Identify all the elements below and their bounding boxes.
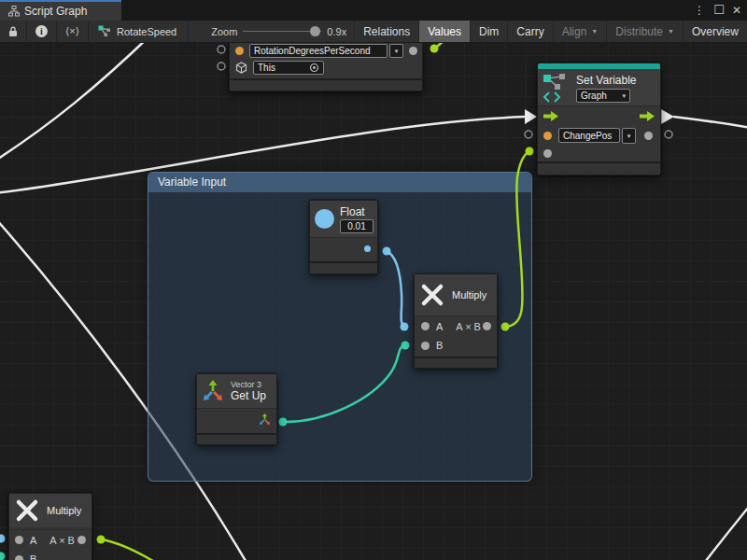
node-footer (197, 433, 276, 444)
unity-script-graph-window: { "window": { "tab_title": "Script Graph… (0, 0, 747, 560)
target-value: This (258, 62, 275, 74)
port-b-in[interactable] (421, 342, 430, 350)
port-a-label: A (436, 321, 443, 332)
code-view-icon: ⟨×⟩ (65, 25, 79, 37)
dropdown-caret-icon[interactable]: ▾ (389, 44, 403, 58)
node-title: Float (340, 205, 374, 218)
toolbar-button-overview[interactable]: Overview (684, 21, 747, 42)
port-a-label: A (30, 535, 36, 546)
port-out[interactable] (483, 322, 491, 330)
float-value: 0.01 (347, 220, 365, 232)
script-graph-icon (8, 6, 20, 17)
toolbar-button-values[interactable]: Values (419, 21, 471, 42)
node-footer (538, 161, 660, 175)
port-vector3-out[interactable] (259, 413, 271, 426)
port-out-label: A × B (456, 321, 481, 332)
target-field[interactable]: This (253, 61, 324, 75)
zoom-slider[interactable] (243, 31, 321, 32)
variable-name-dropdown[interactable]: RotationDegreesPerSecond (249, 44, 388, 58)
zoom-control: Zoom 0.9x (189, 21, 354, 42)
gameobject-cube-icon (235, 62, 247, 74)
toolbar-button-distribute[interactable]: Distribute ▼ (607, 21, 684, 42)
node-footer (310, 261, 377, 273)
node-type-label: Vector 3 (231, 380, 266, 389)
graph-asset-icon (98, 25, 111, 37)
port-b-label: B (30, 553, 36, 560)
zoom-value: 0.9x (327, 26, 346, 37)
caret-down-icon: ▼ (668, 28, 674, 35)
node-multiply-bottom[interactable]: Multiply A A × B B (8, 493, 92, 560)
port-value-out[interactable] (644, 132, 653, 140)
node-title: Multiply (47, 505, 81, 516)
node-title: Get Up (231, 389, 266, 402)
toolbar-button-align[interactable]: Align ▼ (554, 21, 608, 42)
code-view-button[interactable]: ⟨×⟩ (57, 21, 89, 42)
button-label: Distribute (615, 25, 663, 38)
port-float-out[interactable] (364, 245, 371, 252)
toolbar-button-relations[interactable]: Relations (354, 21, 419, 42)
window-maximize-button[interactable]: ☐ (711, 0, 727, 21)
window-close-button[interactable]: ✕ (728, 0, 745, 21)
node-set-variable[interactable]: Set Variable Graph ▾ ChangePos (537, 63, 661, 175)
node-footer (415, 357, 497, 368)
node-multiply[interactable]: Multiply A A × B B (414, 273, 498, 369)
toolbar-button-carry[interactable]: Carry (508, 21, 553, 42)
flow-out-port[interactable] (640, 111, 655, 121)
lock-icon (8, 26, 18, 37)
scope-value: Graph (581, 90, 607, 102)
node-title: Multiply (452, 289, 486, 301)
button-label: Align (562, 25, 587, 38)
button-label: Carry (516, 25, 543, 38)
port-value-out[interactable] (409, 47, 417, 55)
port-a-in[interactable] (15, 536, 23, 544)
graph-name: RotateSpeed (117, 26, 176, 37)
lock-button[interactable] (0, 21, 27, 42)
graph-breadcrumb[interactable]: RotateSpeed (89, 21, 189, 42)
port-value-in[interactable] (543, 149, 552, 158)
variable-name-value: ChangePos (563, 130, 612, 142)
zoom-slider-handle[interactable] (310, 26, 320, 36)
variable-name-dropdown[interactable]: ChangePos (558, 128, 620, 143)
node-vector3-get-up[interactable]: Vector 3 Get Up (196, 373, 277, 445)
object-picker-icon[interactable] (309, 63, 319, 73)
node-float[interactable]: Float 0.01 (309, 200, 378, 274)
title-bar: Script Graph ⋮ ☐ ✕ (0, 0, 747, 21)
group-header[interactable]: Variable Input (148, 173, 531, 192)
port-variable-name-in[interactable] (235, 47, 244, 55)
zoom-label: Zoom (211, 26, 237, 37)
node-footer (230, 78, 422, 91)
node-title: Set Variable (576, 74, 636, 87)
info-icon: i (35, 25, 48, 37)
port-b-in[interactable] (15, 555, 23, 560)
tab-title: Script Graph (24, 5, 87, 18)
float-type-icon (315, 209, 334, 229)
vector3-icon (202, 380, 224, 402)
flow-in-port[interactable] (543, 111, 559, 121)
set-variable-graph-icon (543, 73, 571, 103)
port-variable-name-in[interactable] (543, 132, 552, 140)
port-b-label: B (436, 340, 443, 351)
multiply-icon (15, 498, 39, 523)
port-out[interactable] (78, 536, 86, 544)
float-value-input[interactable]: 0.01 (340, 219, 374, 233)
tab-script-graph[interactable]: Script Graph (0, 0, 121, 21)
group-title: Variable Input (158, 175, 226, 189)
button-label: Dim (479, 25, 499, 38)
variable-name-value: RotationDegreesPerSecond (254, 45, 371, 57)
button-label: Relations (363, 25, 410, 38)
dropdown-caret-icon[interactable]: ▾ (622, 128, 636, 144)
inspect-button[interactable]: i (27, 21, 57, 42)
dropdown-caret-icon: ▾ (622, 90, 626, 102)
graph-toolbar: i ⟨×⟩ RotateSpeed Zoom 0.9x Relations Va… (0, 21, 747, 43)
toolbar-button-dim[interactable]: Dim (471, 21, 508, 42)
node-get-variable[interactable]: RotationDegreesPerSecond ▾ This (229, 42, 423, 91)
button-label: Values (428, 25, 461, 38)
port-out-label: A × B (49, 535, 75, 546)
button-label: Overview (692, 25, 739, 38)
multiply-icon (420, 283, 444, 307)
window-menu-button[interactable]: ⋮ (691, 0, 708, 21)
caret-down-icon: ▼ (591, 28, 598, 35)
port-a-in[interactable] (421, 322, 430, 330)
variable-scope-dropdown[interactable]: Graph ▾ (576, 89, 630, 103)
